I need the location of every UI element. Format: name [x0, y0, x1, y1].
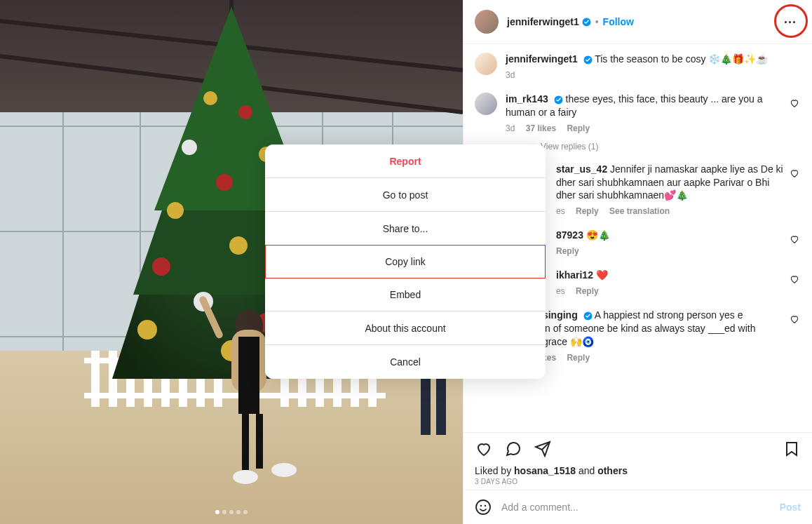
- svg-rect-49: [238, 337, 259, 414]
- comment-age: 3d: [506, 123, 515, 133]
- svg-rect-51: [256, 414, 263, 469]
- svg-point-32: [203, 91, 217, 105]
- modal-report[interactable]: Report: [265, 145, 546, 178]
- svg-point-53: [271, 463, 297, 477]
- caption-username[interactable]: jenniferwinget1: [506, 53, 578, 65]
- comment-row: im_rk143 these eyes, this face, this bea…: [475, 93, 801, 133]
- modal-about-account[interactable]: About this account: [265, 311, 546, 345]
- post-comment-button[interactable]: Post: [780, 502, 801, 513]
- reply-button[interactable]: Reply: [576, 286, 599, 296]
- svg-rect-56: [436, 379, 446, 435]
- reply-button[interactable]: Reply: [567, 353, 590, 363]
- like-comment-button[interactable]: [790, 234, 801, 246]
- modal-go-to-post[interactable]: Go to post: [265, 178, 546, 212]
- comment-button[interactable]: [504, 440, 522, 458]
- svg-point-37: [167, 202, 184, 219]
- comment-avatar[interactable]: [475, 93, 497, 115]
- save-button[interactable]: [783, 440, 801, 458]
- modal-share-to[interactable]: Share to...: [265, 212, 546, 246]
- verified-icon: [583, 55, 593, 65]
- comment-text: ❤️: [596, 269, 608, 281]
- like-button[interactable]: [475, 440, 493, 458]
- svg-point-39: [229, 236, 248, 255]
- view-replies-button[interactable]: View replies (1): [514, 142, 801, 152]
- svg-point-33: [238, 105, 252, 119]
- caption-age: 3d: [506, 70, 515, 80]
- svg-point-36: [216, 174, 233, 191]
- post-header: jenniferwinget1 • Follow: [463, 0, 812, 44]
- verified-icon: [583, 311, 593, 321]
- carousel-indicator: [215, 510, 248, 514]
- separator-dot: •: [595, 16, 599, 27]
- comment-username[interactable]: star_us_42: [556, 163, 607, 175]
- comment-likes[interactable]: 37 likes: [526, 123, 556, 133]
- modal-copy-link[interactable]: Copy link: [265, 245, 546, 278]
- svg-rect-55: [421, 379, 431, 435]
- svg-point-62: [480, 505, 482, 506]
- reply-button[interactable]: Reply: [576, 206, 599, 216]
- like-comment-button[interactable]: [790, 98, 801, 109]
- like-comment-button[interactable]: [790, 314, 801, 325]
- svg-point-61: [476, 500, 490, 514]
- svg-rect-50: [242, 414, 249, 470]
- actions-bar: Liked by hosana_1518 and others 3 days a…: [463, 432, 812, 490]
- meta-fragment: es: [556, 206, 565, 216]
- reply-button[interactable]: Reply: [556, 246, 579, 256]
- caption-avatar[interactable]: [475, 53, 497, 75]
- see-translation-button[interactable]: See translation: [609, 206, 670, 216]
- more-options-button[interactable]: [776, 8, 804, 36]
- reply-button[interactable]: Reply: [567, 123, 590, 133]
- svg-rect-15: [91, 351, 100, 407]
- svg-point-34: [182, 140, 197, 155]
- like-comment-button[interactable]: [790, 274, 801, 285]
- comment-username[interactable]: im_rk143: [506, 93, 548, 105]
- svg-point-44: [137, 320, 157, 340]
- post-timestamp: 3 days ago: [475, 478, 801, 485]
- author-avatar[interactable]: [475, 10, 499, 34]
- options-modal: Report Go to post Share to... Copy link …: [265, 145, 546, 379]
- svg-point-52: [233, 470, 258, 484]
- add-comment-bar: Post: [463, 490, 812, 524]
- modal-cancel[interactable]: Cancel: [265, 345, 546, 379]
- verified-icon: [554, 95, 563, 105]
- likes-line[interactable]: Liked by hosana_1518 and others: [475, 465, 801, 476]
- modal-embed[interactable]: Embed: [265, 278, 546, 311]
- like-comment-button[interactable]: [790, 168, 801, 180]
- comment-username[interactable]: ikhari12: [556, 269, 593, 281]
- author-username[interactable]: jenniferwinget1: [507, 16, 579, 27]
- emoji-picker-button[interactable]: [475, 499, 492, 516]
- comment-input[interactable]: [501, 502, 770, 513]
- verified-icon: [582, 18, 591, 27]
- meta-fragment: es: [556, 286, 565, 296]
- follow-button[interactable]: Follow: [603, 16, 634, 27]
- comment-username[interactable]: 87923: [556, 229, 583, 241]
- more-icon: [785, 21, 795, 23]
- comment-text: 😍🎄: [586, 229, 610, 241]
- caption-entry: jenniferwinget1 Tis the season to be cos…: [475, 53, 801, 80]
- caption-text: Tis the season to be cosy ❄️🎄🎁✨☕: [595, 53, 768, 65]
- share-button[interactable]: [534, 440, 552, 458]
- svg-point-63: [485, 505, 486, 506]
- svg-point-40: [152, 257, 170, 276]
